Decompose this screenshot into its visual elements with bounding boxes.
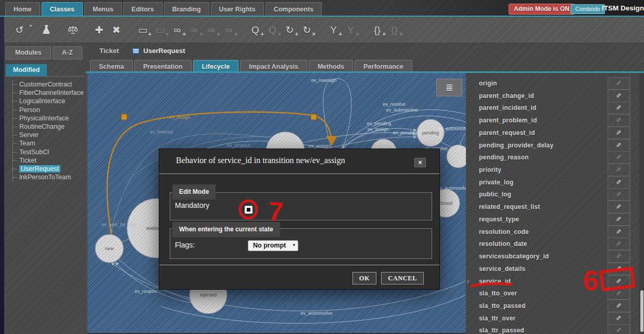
- class-item-ticket[interactable]: Ticket: [13, 156, 86, 165]
- pencil-icon: ✎: [616, 164, 621, 176]
- undo-history-caret[interactable]: ▾: [30, 23, 32, 28]
- undo-button[interactable]: ↺▾: [12, 21, 27, 38]
- mandatory-checkbox[interactable]: [245, 206, 252, 214]
- edge-handle[interactable]: [311, 114, 317, 120]
- field-row-priority[interactable]: priority: [466, 164, 630, 176]
- edit-field-button-sla-ttr-over[interactable]: ✎: [608, 312, 630, 325]
- class-item-userrequest[interactable]: UserRequest: [13, 165, 86, 173]
- edit-field-button-parent-incident-id[interactable]: ✎: [608, 102, 630, 114]
- field-row-resolution-code[interactable]: resolution_code: [466, 226, 630, 238]
- edit-field-button-request-type[interactable]: ✎: [608, 213, 630, 226]
- flags-select[interactable]: No prompt ▾: [248, 240, 298, 251]
- field-row-related-request-list[interactable]: related_request_list: [466, 201, 630, 213]
- field-row-parent-request-id[interactable]: parent_request_id: [466, 127, 630, 139]
- edit-field-button-related-request-list[interactable]: ✎: [608, 201, 630, 213]
- test-mode-flask-button[interactable]: [39, 21, 53, 38]
- state-node[interactable]: [447, 145, 466, 168]
- add-branch-button[interactable]: Y+: [326, 21, 340, 38]
- add-script-button[interactable]: {}+: [370, 21, 384, 38]
- combodo-badge: Combodo: [571, 4, 605, 14]
- field-row-private-log[interactable]: private_log: [466, 176, 630, 189]
- field-row-sla-tto-passed[interactable]: sla_tto_passed: [466, 300, 630, 312]
- field-row-service-details[interactable]: service_details: [466, 263, 630, 275]
- remove-transition-button[interactable]: ↻×: [300, 21, 314, 38]
- delete-button[interactable]: ✖: [109, 21, 123, 38]
- class-item-routinechange[interactable]: RoutineChange: [13, 122, 86, 131]
- edge-handle[interactable]: [121, 114, 127, 120]
- nav-tab-classes[interactable]: Classes: [42, 2, 83, 16]
- class-tree: CustomerContractFiberChannelInterfaceLog…: [12, 80, 86, 181]
- edge-label-ev-assign: ev_assign: [169, 115, 191, 120]
- nav-tab-components[interactable]: Components: [266, 2, 322, 16]
- edit-field-button-pending-provider-delay[interactable]: ✎: [608, 139, 630, 152]
- class-item-testsubcl[interactable]: TestSubCl: [13, 148, 86, 156]
- class-item-person[interactable]: Person: [13, 106, 86, 114]
- add-link-button[interactable]: ∞+: [170, 21, 184, 38]
- edit-field-button-public-log[interactable]: ✎: [608, 188, 630, 201]
- class-item-customercontract[interactable]: CustomerContract: [13, 80, 86, 89]
- edit-field-button-origin[interactable]: ✎: [608, 77, 630, 90]
- class-icon: [132, 48, 140, 54]
- field-row-sla-tto-over[interactable]: sla_tto_over: [466, 287, 630, 300]
- add-class-button[interactable]: Q+: [248, 21, 262, 38]
- field-row-sla-ttr-passed[interactable]: sla_ttr_passed: [466, 324, 630, 334]
- field-row-public-log[interactable]: public_log: [466, 188, 630, 201]
- ok-button[interactable]: OK: [352, 272, 376, 284]
- field-row-origin[interactable]: origin: [466, 77, 630, 90]
- field-row-service-id[interactable]: ›service_id: [466, 275, 630, 288]
- pencil-icon: ✎: [616, 90, 621, 102]
- add-button[interactable]: ✚: [92, 21, 106, 38]
- nav-tab-home[interactable]: Home: [5, 2, 40, 16]
- edit-field-button-pending-reason[interactable]: ✎: [608, 151, 630, 164]
- nav-tab-editors[interactable]: Editors: [123, 2, 162, 16]
- sidebar-tab-modules[interactable]: Modules: [6, 46, 51, 59]
- class-item-lnkpersontoteam[interactable]: lnkPersonToTeam: [13, 173, 86, 181]
- edit-field-button-sla-tto-over[interactable]: ✎: [608, 287, 630, 300]
- edit-field-button-resolution-code[interactable]: ✎: [608, 226, 630, 238]
- scrollbar-thumb[interactable]: [640, 290, 643, 332]
- edit-field-button-private-log[interactable]: ✎: [608, 176, 630, 189]
- class-item-logicalinterface[interactable]: LogicalInterface: [13, 97, 86, 105]
- field-row-servicesubcategory-id[interactable]: servicesubcategory_id: [466, 250, 630, 263]
- edit-field-button-parent-problem-id[interactable]: ✎: [608, 114, 630, 127]
- field-row-pending-provider-delay[interactable]: pending_provider_delay: [466, 139, 630, 152]
- nav-tab-menus[interactable]: Menus: [84, 2, 122, 16]
- nav-tab-branding[interactable]: Branding: [164, 2, 209, 16]
- legend-toggle-button[interactable]: ≣: [436, 79, 462, 96]
- edit-field-button-sla-tto-passed[interactable]: ✎: [608, 300, 630, 312]
- sidebar-tab-a-z[interactable]: A-Z: [53, 46, 82, 59]
- class-item-fiberchannelinterface[interactable]: FiberChannelInterface: [13, 89, 86, 97]
- field-row-resolution-date[interactable]: resolution_date: [466, 238, 630, 250]
- edit-field-button-parent-request-id[interactable]: ✎: [608, 127, 630, 139]
- edit-field-button-sla-ttr-passed[interactable]: ✎: [608, 324, 630, 334]
- field-row-parent-incident-id[interactable]: parent_incident_id: [466, 102, 630, 114]
- edit-field-button-service-details[interactable]: ✎: [608, 263, 630, 275]
- field-row-pending-reason[interactable]: pending_reason: [466, 151, 630, 164]
- state-node-new[interactable]: new: [95, 234, 123, 263]
- field-row-request-type[interactable]: request_type: [466, 213, 630, 226]
- edit-field-button-priority[interactable]: ✎: [608, 164, 630, 176]
- add-transition-button[interactable]: ↻+: [283, 21, 297, 38]
- edit-field-button-resolution-date[interactable]: ✎: [608, 238, 630, 250]
- class-item-server[interactable]: Server: [13, 131, 86, 139]
- field-row-parent-problem-id[interactable]: parent_problem_id: [466, 114, 630, 127]
- class-item-physicalinterface[interactable]: PhysicalInterface: [13, 114, 86, 122]
- open-class-tab-ticket[interactable]: Ticket: [99, 47, 119, 55]
- transition-edge[interactable]: [323, 79, 351, 150]
- tab-modified[interactable]: Modified: [6, 64, 47, 76]
- close-icon[interactable]: ×: [414, 158, 426, 167]
- nav-tab-user-rights[interactable]: User Rights: [211, 2, 264, 16]
- compare-scales-button[interactable]: [66, 21, 80, 38]
- edit-field-button-servicesubcategory-id[interactable]: ✎: [608, 250, 630, 263]
- add-field-button[interactable]: ▭+: [136, 21, 150, 38]
- edit-field-button-parent-change-id[interactable]: ✎: [608, 90, 630, 102]
- pencil-icon: ✎: [616, 276, 621, 287]
- class-item-team[interactable]: Team: [13, 139, 86, 147]
- field-row-sla-ttr-over[interactable]: sla_ttr_over: [466, 312, 630, 325]
- field-row-parent-change-id[interactable]: parent_change_id: [466, 90, 630, 102]
- cancel-button[interactable]: CANCEL: [381, 272, 424, 284]
- state-node-pending[interactable]: pending: [417, 119, 444, 146]
- pencil-icon: ✎: [616, 115, 621, 126]
- open-class-tab-userrequest[interactable]: UserRequest: [132, 47, 185, 55]
- edit-field-button-service-id[interactable]: ✎: [608, 275, 630, 288]
